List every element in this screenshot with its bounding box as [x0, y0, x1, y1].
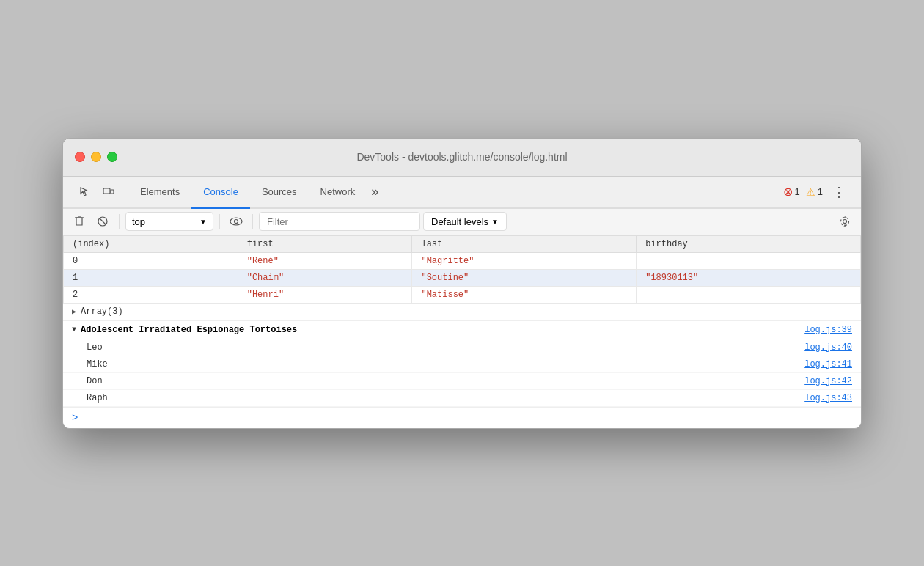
chevron-down-icon: ▼	[199, 218, 207, 226]
group-collapse-icon: ▼	[72, 326, 76, 334]
cell-first-2: "Henri"	[238, 286, 412, 303]
toolbar-divider-1	[119, 214, 120, 229]
tabs-bar: Elements Console Sources Network » ⊗ 1 ⚠…	[63, 177, 861, 209]
error-count-badge: ⊗ 1	[783, 185, 800, 199]
svg-point-8	[235, 220, 238, 224]
cell-birthday-1: "18930113"	[637, 269, 861, 286]
devtools-window: DevTools - devtools.glitch.me/console/lo…	[62, 138, 862, 429]
cell-index-1: 1	[64, 269, 238, 286]
device-toolbar-icon[interactable]	[98, 182, 119, 202]
toolbar-divider-2	[219, 214, 220, 229]
cell-birthday-2	[637, 286, 861, 303]
eye-filter-button[interactable]	[226, 211, 246, 232]
traffic-lights	[75, 152, 117, 162]
context-selector[interactable]: top ▼	[125, 212, 213, 231]
list-item: Mike log.js:41	[63, 356, 861, 373]
error-circle-icon: ⊗	[783, 185, 793, 199]
col-birthday: birthday	[637, 235, 861, 252]
more-tabs-button[interactable]: »	[367, 177, 383, 209]
inspector-icons	[69, 177, 125, 207]
list-item: Leo log.js:40	[63, 339, 861, 356]
prompt-caret-icon: >	[72, 412, 78, 424]
list-item: Don log.js:42	[63, 373, 861, 390]
cell-first-1: "Chaim"	[238, 269, 412, 286]
array-row[interactable]: ▶ Array(3)	[63, 304, 861, 320]
tab-network[interactable]: Network	[309, 177, 367, 209]
cell-birthday-0	[637, 252, 861, 269]
table-row: 1 "Chaim" "Soutine" "18930113"	[64, 269, 861, 286]
svg-marker-2	[76, 218, 82, 225]
tab-console[interactable]: Console	[191, 177, 250, 209]
block-icon-button[interactable]	[92, 211, 113, 232]
title-bar: DevTools - devtools.glitch.me/console/lo…	[63, 139, 861, 177]
warn-count-badge: ⚠ 1	[806, 186, 823, 198]
tab-sources[interactable]: Sources	[250, 177, 309, 209]
close-button[interactable]	[75, 152, 85, 162]
toolbar-divider-3	[252, 214, 253, 229]
console-prompt[interactable]: >	[63, 407, 861, 428]
list-item: Raph log.js:43	[63, 390, 861, 407]
filter-input[interactable]	[259, 212, 420, 231]
tabs-right-actions: ⊗ 1 ⚠ 1 ⋮	[777, 177, 855, 207]
svg-rect-0	[103, 188, 110, 194]
cell-index-0: 0	[64, 252, 238, 269]
cell-last-0: "Magritte"	[412, 252, 637, 269]
svg-point-9	[843, 220, 847, 224]
col-index: (index)	[64, 235, 238, 252]
col-first: first	[238, 235, 412, 252]
element-picker-icon[interactable]	[75, 182, 95, 202]
settings-button[interactable]	[835, 211, 855, 232]
tab-elements[interactable]: Elements	[128, 177, 191, 209]
table-header-row: (index) first last birthday	[64, 235, 861, 252]
console-toolbar: top ▼ Default levels ▼	[63, 209, 861, 235]
cell-last-2: "Matisse"	[412, 286, 637, 303]
more-options-button[interactable]: ⋮	[829, 182, 849, 202]
col-last: last	[412, 235, 637, 252]
maximize-button[interactable]	[107, 152, 117, 162]
svg-line-6	[100, 218, 106, 225]
svg-rect-1	[111, 190, 114, 194]
warning-triangle-icon: ⚠	[806, 186, 815, 198]
table-row: 0 "René" "Magritte"	[64, 252, 861, 269]
cell-last-1: "Soutine"	[412, 269, 637, 286]
console-table: (index) first last birthday 0 "René" "Ma…	[63, 235, 861, 304]
clear-console-button[interactable]	[69, 211, 89, 232]
console-content: (index) first last birthday 0 "René" "Ma…	[63, 235, 861, 428]
svg-point-7	[230, 218, 242, 225]
group-row[interactable]: ▼ Adolescent Irradiated Espionage Tortoi…	[63, 320, 861, 339]
window-title: DevTools - devtools.glitch.me/console/lo…	[356, 151, 567, 163]
cell-first-0: "René"	[238, 252, 412, 269]
minimize-button[interactable]	[91, 152, 101, 162]
levels-chevron-icon: ▼	[491, 218, 499, 226]
expand-triangle-icon: ▶	[72, 307, 76, 316]
levels-dropdown[interactable]: Default levels ▼	[423, 212, 507, 231]
table-row: 2 "Henri" "Matisse"	[64, 286, 861, 303]
cell-index-2: 2	[64, 286, 238, 303]
